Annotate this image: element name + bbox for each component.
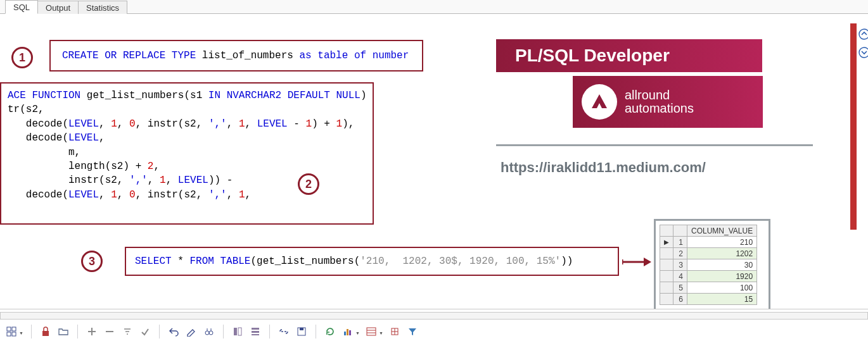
add-row-icon[interactable]	[84, 324, 99, 339]
horizontal-scrollbar[interactable]	[0, 312, 868, 320]
code-block-1[interactable]: CREATE OR REPLACE TYPE list_of_numbers a…	[49, 40, 423, 71]
delete-row-icon[interactable]	[102, 324, 117, 339]
tab-bar: SQL Output Statistics	[0, 0, 868, 14]
link-icon[interactable]	[276, 324, 291, 339]
chevron-down-icon[interactable]: ▼	[19, 328, 23, 335]
splitter[interactable]	[0, 309, 868, 309]
chevron-down-icon[interactable]: ▼	[355, 328, 360, 335]
svg-rect-12	[238, 328, 241, 335]
svg-rect-18	[344, 332, 346, 335]
svg-rect-15	[252, 334, 259, 335]
single-record-icon[interactable]	[230, 324, 245, 339]
table-list-icon[interactable]	[364, 324, 379, 339]
svg-rect-19	[347, 329, 348, 335]
sort-icon[interactable]	[120, 324, 135, 339]
lock-icon[interactable]	[38, 324, 53, 339]
svg-rect-17	[300, 328, 303, 330]
table-row: ▶1210	[660, 237, 757, 248]
svg-rect-8	[42, 331, 49, 336]
tab-output[interactable]: Output	[37, 1, 79, 14]
allround-logo-icon	[582, 84, 617, 120]
link-url: https://iraklidd11.medium.com/	[501, 159, 706, 176]
grid-corner[interactable]	[660, 225, 673, 237]
refresh-icon[interactable]	[322, 324, 338, 339]
table-row: 41920	[660, 271, 757, 282]
code-block-2[interactable]: ACE FUNCTION get_list_numbers(s1 IN NVAR…	[0, 82, 374, 225]
table-small-icon[interactable]	[387, 324, 402, 339]
editor-area: 1 CREATE OR REPLACE TYPE list_of_numbers…	[0, 14, 868, 309]
svg-rect-13	[252, 328, 259, 330]
grid-options-icon[interactable]	[4, 324, 19, 339]
undo-icon[interactable]	[166, 324, 181, 339]
table-row: 615	[660, 294, 757, 305]
arrow-icon	[622, 256, 651, 270]
brand-plsql-developer: PL/SQL Developer	[496, 39, 762, 72]
code-block-3[interactable]: SELECT * FROM TABLE(get_list_numbers('21…	[125, 247, 619, 276]
svg-rect-21	[367, 328, 376, 335]
binoculars-icon[interactable]	[201, 324, 217, 339]
folder-open-icon[interactable]	[56, 324, 71, 339]
chart-icon[interactable]	[340, 324, 355, 339]
table-row: 330	[660, 259, 757, 271]
table-row: 5100	[660, 282, 757, 294]
result-grid[interactable]: COLUMN_VALUE ▶1210 21202 330 41920 5100 …	[654, 219, 770, 309]
nav-up-icon[interactable]	[858, 28, 868, 40]
svg-rect-4	[7, 327, 11, 331]
callout-2: 2	[298, 173, 319, 195]
brand-allround-automations: allroundautomations	[573, 76, 763, 128]
svg-point-10	[209, 331, 213, 335]
callout-3: 3	[81, 251, 103, 272]
grid-col-rownum[interactable]	[673, 225, 687, 237]
tab-statistics[interactable]: Statistics	[78, 1, 127, 14]
filter-icon[interactable]	[405, 324, 420, 339]
svg-point-9	[205, 331, 209, 335]
bottom-toolbar: ▼ ▼ ▼	[4, 324, 420, 339]
svg-rect-6	[7, 332, 11, 336]
save-icon[interactable]	[294, 324, 309, 339]
svg-rect-11	[234, 328, 237, 335]
multi-record-icon[interactable]	[248, 324, 263, 339]
change-marker-bar	[850, 23, 857, 230]
nav-down-icon[interactable]	[858, 47, 868, 58]
svg-rect-5	[12, 327, 16, 331]
grid-col-header[interactable]: COLUMN_VALUE	[687, 225, 757, 237]
divider	[496, 144, 813, 146]
svg-rect-7	[12, 332, 16, 336]
svg-rect-14	[252, 331, 259, 333]
edit-icon[interactable]	[184, 324, 199, 339]
callout-1: 1	[11, 47, 33, 68]
tab-sql[interactable]: SQL	[5, 0, 38, 14]
svg-rect-20	[349, 330, 351, 335]
chevron-down-icon[interactable]: ▼	[379, 328, 383, 335]
table-row: 21202	[660, 248, 757, 259]
post-changes-icon[interactable]	[137, 324, 153, 339]
